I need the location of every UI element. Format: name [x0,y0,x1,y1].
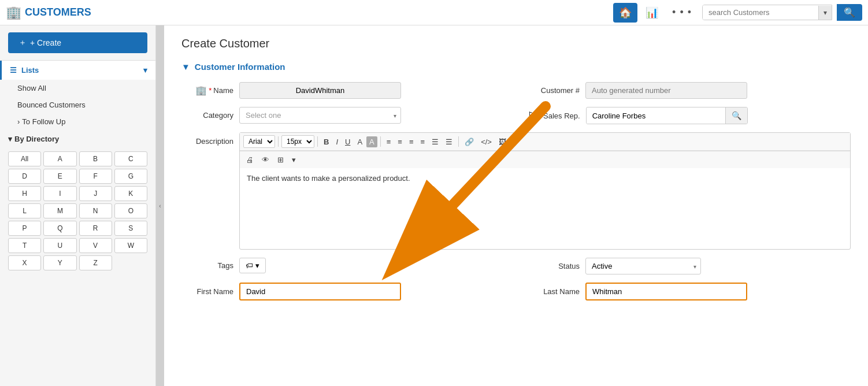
by-directory-header[interactable]: ▾ By Directory [0,130,155,148]
show-all-item[interactable]: Show All [0,80,155,96]
description-field: Description Arial 15px B [181,132,851,250]
dir-letter-t[interactable]: T [8,238,41,253]
code-button[interactable]: </> [478,136,495,148]
bold-button[interactable]: B [321,136,332,148]
bullet-list-button[interactable]: ☰ [429,136,442,148]
dir-letter-a[interactable]: A [43,151,76,166]
align-right-button[interactable]: ≡ [406,136,417,148]
create-button[interactable]: ＋ + Create [8,32,147,53]
dir-letter-w[interactable]: W [114,238,147,253]
dir-letter-f[interactable]: F [79,169,112,184]
rte-separator-2 [317,136,318,147]
search-dropdown-button[interactable]: ▾ [818,6,832,20]
align-center-button[interactable]: ≡ [395,136,405,148]
category-select[interactable]: Select one [239,107,401,124]
dir-letter-d[interactable]: D [8,169,41,184]
rte-toolbar: Arial 15px B I U A A [240,133,850,151]
home-button[interactable]: 🏠 [613,3,637,23]
plus-icon: ＋ [18,38,27,48]
name-input[interactable] [239,82,401,99]
dir-letter-o[interactable]: O [114,203,147,218]
dir-letter-z[interactable]: Z [79,255,112,270]
section-header[interactable]: ▼ Customer Information [181,62,851,72]
justify-button[interactable]: ≡ [418,136,428,148]
more-button[interactable]: • • • [666,3,698,22]
body-wrap: ＋ + Create ☰ Lists ▾ Show All Bounced Cu… [0,25,868,386]
dir-letter-y[interactable]: Y [43,255,76,270]
italic-button[interactable]: I [333,136,341,148]
sidebar: ＋ + Create ☰ Lists ▾ Show All Bounced Cu… [0,25,156,386]
create-label: + Create [30,38,61,47]
lists-item[interactable]: ☰ Lists ▾ [0,61,155,80]
dir-letter-h[interactable]: H [8,186,41,201]
last-name-label: Last Name [528,287,580,296]
dir-letter-n[interactable]: N [79,203,112,218]
dir-letter-u[interactable]: U [43,238,76,253]
chart-button[interactable]: 📊 [640,3,664,23]
status-select[interactable]: Active Inactive [585,258,701,274]
tags-button[interactable]: 🏷 ▾ [239,258,266,273]
search-submit-button[interactable]: 🔍 [837,4,862,21]
font-family-select[interactable]: Arial [243,135,275,148]
lists-arrow: ▾ [143,66,147,75]
dir-letter-all[interactable]: All [8,151,41,166]
description-text: The client wants to make a personalized … [247,174,410,183]
dir-letter-m[interactable]: M [43,203,76,218]
table-dropdown-button[interactable]: ▾ [289,154,299,166]
description-row: Description Arial 15px B [181,132,851,250]
bounced-customers-item[interactable]: Bounced Customers [0,96,155,113]
dir-letter-e[interactable]: E [43,169,76,184]
customer-num-field: Customer # [528,82,851,99]
rich-text-editor: Arial 15px B I U A A [239,132,851,250]
sales-rep-search-button[interactable]: 🔍 [725,107,747,124]
font-color-button[interactable]: A [354,136,365,148]
dir-letter-r[interactable]: R [79,221,112,236]
bounced-label: Bounced Customers [17,101,86,109]
dir-letter-p[interactable]: P [8,221,41,236]
search-input[interactable] [703,5,818,20]
lists-icon: ☰ [10,66,17,75]
preview-button[interactable]: 👁 [259,154,272,166]
dir-letter-x[interactable]: X [8,255,41,270]
dir-letter-v[interactable]: V [79,238,112,253]
last-name-input[interactable] [585,283,747,300]
to-follow-up-item[interactable]: › To Follow Up [0,113,155,130]
dir-letter-g[interactable]: G [114,169,147,184]
rte-separator-4 [458,136,459,147]
name-label: 🏢 * Name [181,85,233,96]
first-name-input[interactable] [239,283,401,300]
collapse-handle[interactable]: ‹ [156,25,164,386]
table-button[interactable]: ⊞ [275,154,287,166]
directory-grid: AllABCDEFGHIJKLMNOPQRSTUVWXYZ [0,148,155,274]
firstname-lastname-row: First Name Last Name [181,283,851,300]
numbered-list-button[interactable]: ☰ [443,136,455,148]
font-size-select[interactable]: 15px [281,135,314,148]
print-button[interactable]: 🖨 [243,154,257,166]
dir-letter-k[interactable]: K [114,186,147,201]
dir-letter-q[interactable]: Q [43,221,76,236]
customer-num-input[interactable] [585,82,747,99]
link-button[interactable]: 🔗 [462,136,477,148]
rte-secondary-toolbar: 🖨 👁 ⊞ ▾ [240,151,850,168]
category-field: Category Select one ▾ [181,107,505,124]
last-name-field: Last Name [528,283,851,300]
collapse-section-icon: ▼ [181,62,190,72]
underline-button[interactable]: U [342,136,353,148]
dir-letter-j[interactable]: J [79,186,112,201]
tags-dropdown-icon: ▾ [255,261,259,270]
highlight-button[interactable]: A [366,136,377,147]
chevron-down-icon: ▾ [8,135,12,143]
dir-letter-i[interactable]: I [43,186,76,201]
page-title: Create Customer [181,37,851,50]
dir-letter-b[interactable]: B [79,151,112,166]
align-left-button[interactable]: ≡ [384,136,394,148]
description-label: Description [181,132,233,146]
sales-rep-input[interactable] [587,108,725,124]
dir-letter-c[interactable]: C [114,151,147,166]
status-field: Status Active Inactive ▾ [528,258,851,274]
to-follow-up-label: To Follow Up [22,117,65,126]
image-button[interactable]: 🖼 [496,136,509,148]
dir-letter-l[interactable]: L [8,203,41,218]
rte-content[interactable]: The client wants to make a personalized … [240,168,850,249]
dir-letter-s[interactable]: S [114,221,147,236]
